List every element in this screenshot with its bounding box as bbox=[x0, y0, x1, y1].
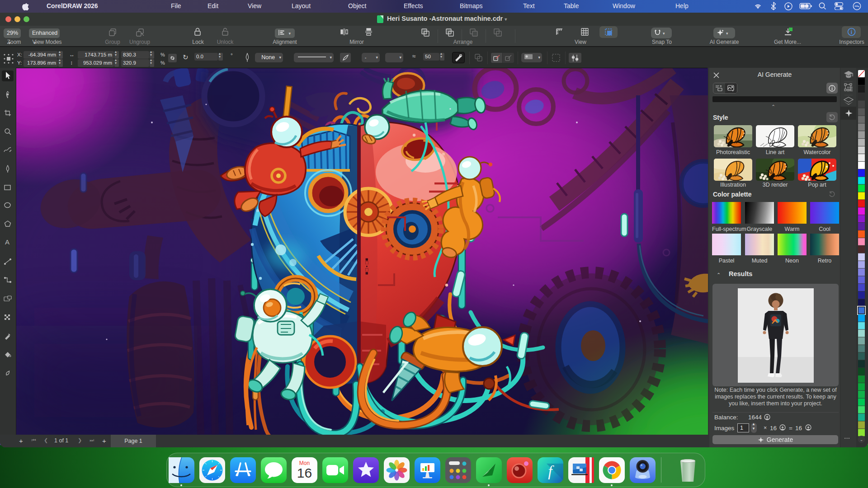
svg-text:i: i bbox=[851, 29, 853, 35]
svg-text:16: 16 bbox=[297, 465, 312, 480]
svg-text:⌄: ⌄ bbox=[860, 437, 863, 442]
svg-text:■□▪□■: ■□▪□■ bbox=[364, 258, 369, 275]
